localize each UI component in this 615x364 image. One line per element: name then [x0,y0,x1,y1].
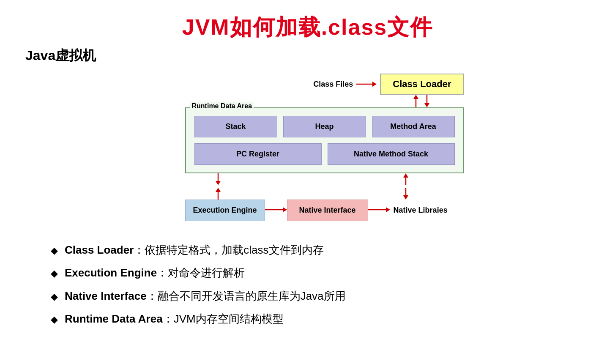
arrow-down-from-classloader-icon [424,95,430,107]
svg-marker-7 [216,181,221,185]
bullet-item-2: ◆ Native Interface：融合不同开发语言的原生库为Java所用 [51,288,590,304]
arrow-to-class-loader-icon [356,80,377,88]
runtime-grid-row2: PC Register Native Method Stack [194,143,455,165]
arrow-up-to-classloader-icon [413,95,419,107]
subtitle: Java虚拟机 [25,47,590,65]
svg-marker-15 [283,207,287,212]
heap-box: Heap [283,116,366,137]
bullets-section: ◆ Class Loader：依据特定格式，加载class文件到内存 ◆ Exe… [51,242,590,334]
bullet-zh-2: ：融合不同开发语言的原生库为Java所用 [147,290,346,302]
main-title: JVM如何加载.class文件 [25,13,590,42]
svg-marker-3 [413,95,418,99]
diamond-icon-3: ◆ [51,313,58,326]
runtime-data-area: Runtime Data Area Stack Heap Method Area… [185,107,464,173]
class-loader-row: Class Files Class Loader [185,74,464,95]
bullet-zh-0: ：依据特定格式，加载class文件到内存 [134,244,323,256]
lower-row: Execution Engine Native Interface Native… [185,200,464,221]
native-method-stack-box: Native Method Stack [328,143,455,165]
diamond-icon-2: ◆ [51,290,58,304]
bullet-item-3: ◆ Runtime Data Area：JVM内存空间结构模型 [51,311,590,326]
bullet-en-3: Runtime Data Area [65,312,163,325]
arrow-down-to-exec-icon [215,173,221,185]
svg-marker-17 [386,207,390,212]
diagram-area: Class Files Class Loader [59,74,590,221]
svg-marker-1 [372,82,377,87]
native-libraries-label: Native Libraies [394,206,448,215]
arrow-up-to-native-icon [402,173,409,185]
svg-marker-9 [216,188,221,192]
bullet-en-1: Execution Engine [65,266,157,279]
arrow-native-to-libraries-icon [368,206,390,215]
below-runtime-arrows [185,173,464,200]
native-interface-arrows [402,173,409,200]
bullet-item-1: ◆ Execution Engine：对命令进行解析 [51,265,590,280]
arrow-up-from-exec-icon [215,188,221,200]
execution-engine-box: Execution Engine [185,200,265,221]
class-loader-box: Class Loader [380,74,464,95]
bullet-en-2: Native Interface [65,290,147,302]
svg-marker-11 [403,173,408,178]
class-files-label: Class Files [313,80,353,89]
runtime-grid-row1: Stack Heap Method Area [194,116,455,137]
bullet-zh-3: ：JVM内存空间结构模型 [163,312,284,325]
stack-box: Stack [194,116,277,137]
runtime-label: Runtime Data Area [190,102,254,110]
bullet-en-0: Class Loader [65,244,134,256]
exec-engine-arrows [215,173,221,200]
bullet-zh-1: ：对命令进行解析 [157,266,245,279]
pc-register-box: PC Register [194,143,322,165]
native-interface-box: Native Interface [287,200,368,221]
diamond-icon-0: ◆ [51,244,58,257]
svg-marker-13 [403,195,408,200]
method-area-box: Method Area [372,116,455,137]
arrow-exec-to-native-icon [265,206,287,215]
diamond-icon-1: ◆ [51,267,58,280]
svg-marker-5 [424,103,429,107]
bullet-item-0: ◆ Class Loader：依据特定格式，加载class文件到内存 [51,242,590,257]
arrow-down-to-native-icon [402,188,409,200]
